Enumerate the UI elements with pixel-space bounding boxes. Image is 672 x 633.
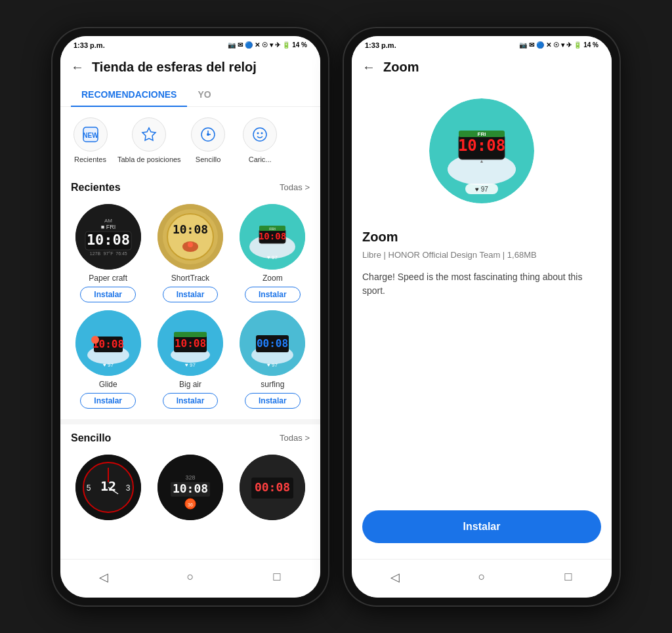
status-bar-1: 1:33 p.m. 📷 ✉ 🔵 ✕ ☉ ▾ ✈ 🔋 14 % [60,36,320,52]
svg-point-6 [253,128,266,141]
status-bar-2: 1:33 p.m. 📷 ✉ 🔵 ✕ ☉ ▾ ✈ 🔋 14 % [352,36,612,52]
svg-text:36: 36 [188,502,193,507]
section-recientes: Recientes Todas > [60,174,320,204]
install-btn-shorttrack[interactable]: Instalar [163,287,219,302]
svg-text:FRI: FRI [269,227,276,231]
back-button-2[interactable]: ← [362,60,375,75]
nav-back-2[interactable]: ◁ [385,567,405,587]
install-btn-bigair[interactable]: Instalar [163,393,219,409]
svg-text:NEW: NEW [83,132,98,139]
svg-text:3: 3 [125,483,130,493]
top-nav-1: ← Tienda de esferas del reloj [60,52,320,83]
svg-text:AM: AM [104,218,112,224]
svg-text:10:08: 10:08 [173,481,208,495]
nav-recents-1[interactable]: □ [267,567,287,587]
tab-yo[interactable]: YO [187,83,221,106]
categories: NEW Recientes Tabla de posiciones [60,107,320,174]
svg-point-7 [257,132,259,134]
watchface-grid-recientes: AM ■ FRI 10:08 127B 97°F 76:45 Paper cra… [60,204,320,419]
category-label-sencillo: Sencillo [196,155,221,163]
watchface-simple2[interactable]: 328 10:08 36 [153,455,227,520]
svg-text:00:08: 00:08 [257,337,288,350]
phone-2: 1:33 p.m. 📷 ✉ 🔵 ✕ ☉ ▾ ✈ 🔋 14 % ← Zoom [344,28,620,605]
watchface-img-simple3: 00:08 [240,455,305,520]
zoom-info: Zoom Libre | HONOR Official Design Team … [352,219,612,375]
watchface-name-bigair: Big air [179,380,201,389]
watchface-img-papercraft: AM ■ FRI 10:08 127B 97°F 76:45 [75,204,141,270]
svg-text:10:08: 10:08 [259,231,286,241]
watchface-img-glide: 10:08 ♥ 97 [75,310,141,376]
svg-text:♥ 97: ♥ 97 [267,255,278,260]
svg-point-34 [91,336,99,344]
svg-text:♥ 97: ♥ 97 [185,362,196,368]
page-title-1: Tienda de esferas del reloj [92,60,257,75]
svg-text:127B: 127B [89,251,100,256]
watchface-surfing[interactable]: 00:08 ♥ 97 surfing Instalar [236,310,310,409]
category-tabla[interactable]: Tabla de posiciones [117,117,181,163]
svg-rect-40 [174,332,207,337]
section-all-recientes[interactable]: Todas > [280,182,310,192]
zoom-description: Charge! Speed is the most fascinating th… [362,270,601,298]
watchface-papercraft[interactable]: AM ■ FRI 10:08 127B 97°F 76:45 Paper cra… [71,204,145,302]
section-title-recientes: Recientes [71,182,121,194]
category-sencillo[interactable]: Sencillo [184,117,233,163]
time-1: 1:33 p.m. [74,41,105,49]
back-button-1[interactable]: ← [71,60,84,75]
watchface-simple3[interactable]: 00:08 [236,455,310,520]
nav-back-1[interactable]: ◁ [94,567,114,587]
svg-text:10:08: 10:08 [458,136,505,155]
watchface-img-simple2: 328 10:08 36 [158,455,223,520]
svg-text:5: 5 [86,483,91,493]
zoom-meta: Libre | HONOR Official Design Team | 1,6… [362,250,601,260]
watchface-name-papercraft: Paper craft [89,274,127,283]
watchface-zoom[interactable]: 10:08 FRI ♥ 97 Zoom Instalar [236,204,310,302]
install-btn-papercraft[interactable]: Instalar [80,287,136,302]
category-recientes[interactable]: NEW Recientes [66,117,115,163]
watchface-shorttrack[interactable]: 10:08 ShortTrack Instalar [153,204,227,302]
tab-recommendations[interactable]: RECOMENDACIONES [71,83,187,106]
time-2: 1:33 p.m. [365,41,396,49]
watchface-img-zoom: 10:08 FRI ♥ 97 [240,204,305,270]
svg-text:▲: ▲ [480,159,484,163]
section-title-sencillo: Sencillo [71,432,111,444]
section-all-sencillo[interactable]: Todas > [280,433,310,443]
category-label-recientes: Recientes [74,155,106,163]
watchface-simple1[interactable]: 12 5 3 [71,455,145,520]
install-btn-zoom[interactable]: Instalar [245,287,301,302]
phone-1: 1:33 p.m. 📷 ✉ 🔵 ✕ ☉ ▾ ✈ 🔋 14 % ← Tienda … [52,28,328,605]
nav-home-1[interactable]: ○ [180,567,200,587]
svg-text:76:45: 76:45 [116,251,127,256]
install-btn-glide[interactable]: Instalar [80,393,136,409]
install-btn-surfing[interactable]: Instalar [245,393,301,409]
status-icons-2: 📷 ✉ 🔵 ✕ ☉ ▾ ✈ 🔋 14 % [519,41,598,49]
watchface-name-surfing: surfing [261,380,284,389]
bottom-nav-1: ◁ ○ □ [60,559,320,598]
install-button-zoom-detail[interactable]: Instalar [362,510,601,543]
watchface-name-shorttrack: ShortTrack [171,274,209,283]
tabs-1: RECOMENDACIONES YO [60,83,320,107]
caric-icon [243,117,277,152]
svg-text:10:08: 10:08 [87,232,130,248]
svg-text:97°F: 97°F [103,251,113,256]
svg-text:328: 328 [185,474,195,481]
category-caric[interactable]: Caric... [236,117,285,163]
sencillo-icon [191,117,225,152]
tabla-icon [132,117,166,152]
watchface-img-bigair: 10:08 ♥ 97 [158,310,223,376]
recientes-icon: NEW [74,117,108,152]
svg-text:FRI: FRI [478,131,486,137]
svg-point-8 [261,132,263,134]
top-nav-2: ← Zoom [352,52,612,83]
watchface-glide[interactable]: 10:08 ♥ 97 Glide Instalar [71,310,145,409]
zoom-watch-preview: 10:08 FRI ▲ ♥ 97 [352,83,612,219]
svg-point-22 [188,242,193,247]
status-icons-1: 📷 ✉ 🔵 ✕ ☉ ▾ ✈ 🔋 14 % [228,41,307,49]
watchface-bigair[interactable]: 10:08 ♥ 97 Big air Instalar [153,310,227,409]
watchface-grid-sencillo: 12 5 3 328 10:08 [60,455,320,531]
zoom-detail-title: Zoom [362,230,601,245]
section-sencillo: Sencillo Todas > [60,424,320,455]
nav-home-2[interactable]: ○ [472,567,492,587]
nav-recents-2[interactable]: □ [558,567,578,587]
watchface-img-simple1: 12 5 3 [75,455,141,520]
bottom-nav-2: ◁ ○ □ [352,559,612,598]
